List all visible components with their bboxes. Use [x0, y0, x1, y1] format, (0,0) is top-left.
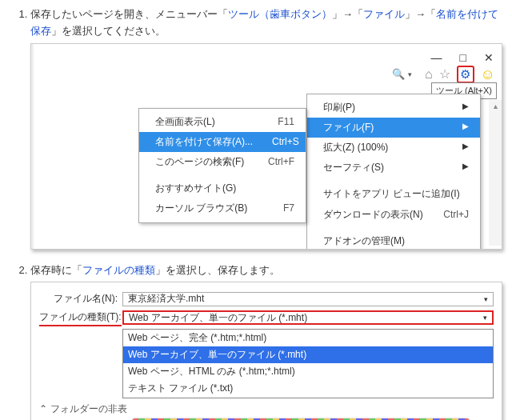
filetype-option[interactable]: Web アーカイブ、単一のファイル (*.mht)	[123, 346, 493, 363]
filetype-dropdown[interactable]: Web ページ、完全 (*.htm;*.html)Web アーカイブ、単一のファ…	[122, 329, 494, 398]
scrollbar[interactable]: ▴	[489, 100, 502, 246]
chevron-down-icon[interactable]: ▾	[483, 312, 487, 323]
chevron-down-icon: ▾	[408, 69, 412, 80]
menu-item[interactable]: ファイル(F)▶	[307, 118, 480, 138]
menu-item[interactable]: 拡大(Z) (100%)▶	[307, 138, 480, 158]
folder-hide-label[interactable]: フォルダーの非表	[50, 402, 127, 417]
file-submenu: 全画面表示(L)F11名前を付けて保存(A)...Ctrl+Sこのページの検索(…	[138, 108, 306, 223]
menu-item[interactable]: おすすめサイト(G)	[139, 178, 306, 198]
step-1: 保存したいページを開き、メニューバー「ツール（歯車ボタン）」→「ファイル」→「名…	[30, 6, 502, 250]
search-icon: 🔍	[392, 66, 405, 83]
menu-item[interactable]: カーソル ブラウズ(B)F7	[139, 198, 306, 218]
chevron-right-icon: ▶	[462, 160, 469, 175]
chevron-up-icon[interactable]: ⌃	[39, 402, 47, 417]
menu-item[interactable]: 印刷(P)▶	[307, 98, 480, 118]
menu-item[interactable]: このページの検索(F)Ctrl+F	[139, 152, 306, 172]
link-tool[interactable]: ツール（歯車ボタン）	[228, 8, 332, 20]
ie-screenshot: — □ ✕ 🔍 ▾ ⌂ ☆ ⚙ ☺ ツール (Alt+X) 印刷(P)▶ファイル…	[30, 43, 502, 250]
chevron-right-icon: ▶	[462, 100, 469, 115]
chevron-right-icon: ▶	[462, 140, 469, 155]
filetype-option[interactable]: Web ページ、HTML のみ (*.htm;*.html)	[123, 363, 493, 380]
scroll-up-icon[interactable]: ▴	[489, 100, 502, 113]
chevron-right-icon: ▶	[462, 120, 469, 135]
gear-icon[interactable]: ⚙	[457, 66, 474, 83]
search-box[interactable]: 🔍 ▾	[392, 66, 412, 83]
menu-item[interactable]: 名前を付けて保存(A)...Ctrl+S	[139, 132, 306, 152]
filetype-field[interactable]: Web アーカイブ、単一のファイル (*.mht)▾	[122, 310, 494, 325]
step-2: 保存時に「ファイルの種類」を選択し、保存します。 ファイル名(N): 東京経済大…	[30, 262, 502, 420]
menu-item[interactable]: セーフティ(S)▶	[307, 158, 480, 178]
chevron-down-icon[interactable]: ▾	[484, 294, 488, 305]
filetype-option[interactable]: Web ページ、完全 (*.htm;*.html)	[123, 330, 493, 346]
tools-menu: 印刷(P)▶ファイル(F)▶拡大(Z) (100%)▶セーフティ(S)▶サイトを…	[306, 94, 481, 250]
menu-item[interactable]: ダウンロードの表示(N)Ctrl+J	[307, 205, 480, 225]
filetype-option[interactable]: テキスト ファイル (*.txt)	[123, 380, 493, 397]
link-filetype[interactable]: ファイルの種類	[82, 264, 155, 276]
menu-item[interactable]: 全画面表示(L)F11	[139, 112, 306, 132]
filetype-label: ファイルの種類(T):	[39, 310, 122, 326]
save-dialog-screenshot: ファイル名(N): 東京経済大学.mht▾ ファイルの種類(T): Web アー…	[30, 282, 502, 420]
menu-item[interactable]: アドオンの管理(M)	[307, 231, 480, 250]
menu-item[interactable]: サイトをアプリ ビューに追加(I)	[307, 184, 480, 204]
filename-label: ファイル名(N):	[39, 291, 122, 306]
link-file[interactable]: ファイル	[363, 8, 405, 20]
filename-field[interactable]: 東京経済大学.mht▾	[122, 292, 494, 306]
